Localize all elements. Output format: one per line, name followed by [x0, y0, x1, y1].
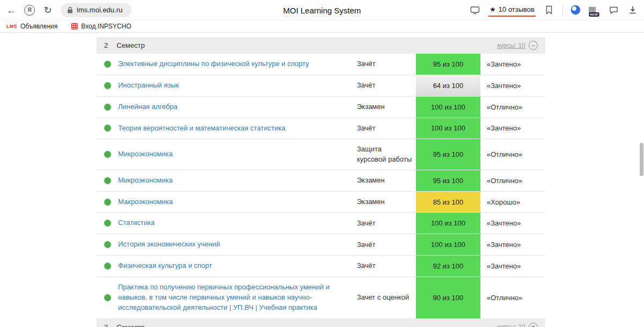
bookmarks-bar: LMS Объявления Вход.INPSYCHO: [0, 20, 644, 33]
course-status-dot: [104, 61, 111, 68]
score-badge: 95 из 100: [416, 170, 480, 191]
reviews-count-label: 10 отзывов: [499, 5, 535, 13]
course-link[interactable]: Микроэкономика: [118, 144, 357, 165]
site-reviews-widget[interactable]: ★ 10 отзывов: [488, 4, 536, 17]
lms-page: 2 Семестр курсы: 10 − Элективные дисципл…: [0, 33, 644, 326]
assessment-type: Зачет с оценкой: [357, 287, 416, 308]
assessment-type: Зачёт: [357, 256, 416, 276]
star-icon: ★: [489, 5, 496, 13]
score-badge: 85 из 100: [416, 192, 480, 213]
status-dot-cell: [97, 199, 118, 206]
assessment-type: Зачёт: [357, 213, 416, 234]
new-badge: NEW: [589, 12, 599, 17]
course-link[interactable]: Физическая культура и спорт: [118, 256, 357, 277]
course-link[interactable]: Статистика: [118, 213, 357, 234]
course-row: Макроэкономика Экзамен 85 из 100 «Хорошо…: [97, 192, 545, 213]
assessment-type: Зачёт: [357, 118, 416, 139]
grade-text: «Зачтено»: [480, 124, 545, 132]
assessment-type: Зачёт: [357, 75, 416, 96]
assessment-type: Зачёт: [357, 54, 416, 74]
new-extension-icon[interactable]: ▦ NEW: [588, 4, 600, 16]
course-link[interactable]: Микроэкономика: [118, 170, 357, 191]
course-row: Статистика Зачёт 100 из 100 «Зачтено»: [97, 213, 545, 234]
course-row: Элективные дисциплины по физической куль…: [97, 54, 545, 75]
score-badge: 100 из 100: [416, 97, 480, 118]
assessment-type: Экзамен: [357, 170, 416, 191]
page-scrollbar-thumb[interactable]: [640, 143, 643, 176]
course-row: Иностранный язык Зачёт 64 из 100 «Зачтен…: [97, 75, 545, 97]
score-cell: 100 из 100: [416, 213, 480, 234]
collapse-semester-button[interactable]: −: [529, 41, 538, 50]
status-dot-cell: [97, 263, 118, 270]
bookmark-inpsycho[interactable]: Вход.INPSYCHO: [71, 23, 131, 30]
refresh-button[interactable]: ↻: [42, 4, 54, 16]
address-bar[interactable]: lms.moi.edu.ru: [61, 3, 131, 17]
download-icon[interactable]: [627, 4, 639, 16]
assessment-type: Защита курсовой работы: [357, 139, 416, 169]
course-status-dot: [104, 241, 111, 248]
score-cell: 100 из 100: [416, 234, 480, 255]
course-link[interactable]: Иностранный язык: [118, 75, 357, 96]
extension-icon[interactable]: [570, 5, 581, 15]
assessment-type: Зачёт: [357, 235, 416, 255]
grade-text: «Хорошо»: [480, 198, 545, 206]
grades-table: 2 Семестр курсы: 10 − Элективные дисципл…: [97, 37, 545, 327]
score-badge: 100 из 100: [416, 213, 480, 234]
course-status-dot: [104, 177, 111, 184]
expand-semester-button[interactable]: +: [529, 323, 538, 327]
bookmark-flag-icon[interactable]: [543, 4, 555, 16]
lms-logo-icon: LMS: [6, 24, 17, 29]
back-button[interactable]: ←: [5, 4, 17, 16]
course-row: История экономических учений Зачёт 100 и…: [97, 234, 545, 256]
score-cell: 95 из 100: [416, 170, 480, 191]
bookmark-lms-announcements[interactable]: LMS Объявления: [6, 23, 57, 30]
courses-count-link[interactable]: курсы: 10: [497, 323, 525, 327]
chat-icon[interactable]: [608, 4, 619, 16]
semester-number: 3: [104, 323, 108, 327]
grade-text: «Зачтено»: [480, 241, 545, 249]
course-link[interactable]: История экономических учений: [118, 234, 357, 255]
score-badge: 92 из 100: [416, 256, 480, 277]
grade-text: «Отлично»: [480, 294, 545, 302]
course-row: Теория вероятностей и математическая ста…: [97, 118, 545, 140]
score-cell: 100 из 100: [416, 97, 480, 118]
score-badge: 95 из 100: [416, 139, 480, 169]
grade-text: «Зачтено»: [480, 60, 545, 68]
assessment-type: Экзамен: [357, 192, 416, 212]
courses-count-link[interactable]: курсы: 10: [497, 42, 525, 49]
score-cell: 90 из 100: [416, 277, 480, 318]
semester-header: 2 Семестр курсы: 10 −: [97, 37, 545, 54]
grade-text: «Отлично»: [480, 150, 545, 158]
browser-chrome: ← Я ↻ lms.moi.edu.ru MOI Learning System…: [0, 0, 644, 20]
score-cell: 64 из 100: [416, 75, 480, 96]
status-dot-cell: [97, 220, 118, 227]
course-link[interactable]: Практика по получению первичных професси…: [118, 277, 357, 318]
lock-icon: [67, 6, 73, 13]
grade-text: «Зачтено»: [480, 262, 545, 270]
status-dot-cell: [97, 241, 118, 248]
score-cell: 95 из 100: [416, 139, 480, 169]
course-row: Физическая культура и спорт Зачёт 92 из …: [97, 256, 545, 277]
inpsycho-icon: [71, 23, 78, 30]
yandex-profile-icon[interactable]: Я: [24, 5, 35, 16]
score-cell: 95 из 100: [416, 54, 480, 75]
course-link[interactable]: Макроэкономика: [118, 192, 357, 213]
course-status-dot: [104, 104, 111, 111]
course-link[interactable]: Элективные дисциплины по физической куль…: [118, 54, 357, 75]
course-row: Линейная алгебра Экзамен 100 из 100 «Отл…: [97, 97, 545, 118]
course-link[interactable]: Теория вероятностей и математическая ста…: [118, 118, 357, 139]
grade-text: «Отлично»: [480, 103, 545, 111]
score-badge: 100 из 100: [416, 234, 480, 255]
score-badge: 100 из 100: [416, 118, 480, 139]
status-dot-cell: [97, 82, 118, 89]
score-badge: 64 из 100: [416, 75, 480, 96]
status-dot-cell: [97, 151, 118, 158]
screen-share-icon[interactable]: [469, 4, 481, 16]
grade-text: «Отлично»: [480, 177, 545, 185]
assessment-type: Экзамен: [357, 97, 416, 117]
status-dot-cell: [97, 294, 118, 301]
course-link[interactable]: Линейная алгебра: [118, 97, 357, 118]
score-badge: 90 из 100: [416, 277, 480, 318]
grade-text: «Зачтено»: [480, 219, 545, 227]
semester-label: Семестр: [116, 41, 144, 49]
